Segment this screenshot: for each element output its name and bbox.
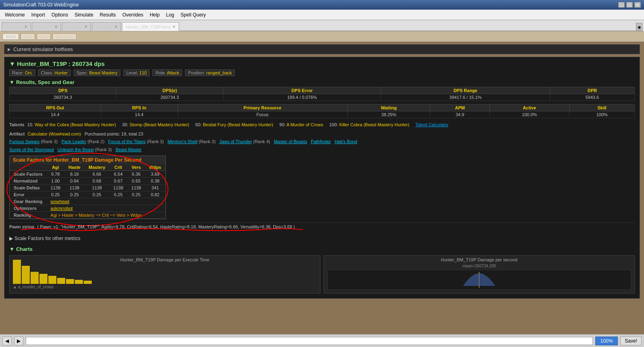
talent-link-cobra[interactable]: Way of the Cobra (Beast Mastery Hunter)	[35, 122, 116, 127]
dps-stats-table: DPS DPS(e) DPS Error DPS Range DPR 26073…	[9, 87, 635, 101]
tab-simulate-3[interactable]: Simulate ✕	[62, 22, 91, 31]
norm-wdps: 0.38	[145, 177, 165, 184]
scale-col-label	[10, 164, 47, 171]
save-button[interactable]: Save!	[620, 337, 642, 345]
new-tab-button[interactable]: ◉	[636, 23, 642, 31]
rps-val-resource: Focus	[178, 111, 347, 118]
tab-simulate-2[interactable]: Simulate ✕	[32, 22, 61, 31]
optimizers-link[interactable]: askmrrobot	[51, 206, 73, 211]
results-header[interactable]: ▼ Results, Spec and Gear	[9, 79, 635, 85]
chart1-label-crows: ▲ a_murder_of_crows	[11, 284, 318, 290]
talent-link-murder[interactable]: A Murder of Crows	[287, 122, 323, 127]
menu-help[interactable]: Help	[147, 11, 163, 18]
scale-other-section[interactable]: ▶ Scale Factors for other metrics	[9, 234, 635, 243]
norm-agi: 1.00	[47, 177, 64, 184]
pawn-value-wrapper: ( Pawn: v1: "Hunter_BM_T19P": Agility=9.…	[37, 224, 295, 229]
norm-haste: 0.84	[64, 177, 85, 184]
window-controls[interactable]: _ □ ✕	[618, 2, 641, 8]
results-label: Results, Spec and Gear	[16, 79, 74, 85]
sub-tab-plot[interactable]: plot data	[52, 33, 76, 40]
menu-overrides[interactable]: Overrides	[119, 11, 147, 18]
artifact-beast-master[interactable]: Beast Master	[116, 147, 142, 152]
artifact-surge-stormgod[interactable]: Surge of the Stormgod	[9, 147, 54, 152]
talent-link-stomp[interactable]: Stomp (Beast Mastery Hunter)	[130, 122, 190, 127]
url-bar[interactable]	[26, 337, 593, 345]
rps-val-apm: 34.9	[430, 111, 489, 118]
tab-close-3[interactable]: ✕	[84, 25, 87, 29]
sf-vers: 6.36	[127, 170, 145, 177]
dps-val-dpse: 260734.3	[116, 94, 223, 101]
charts-area: Hunter_BM_T19P Damage per Execute Time	[9, 255, 635, 294]
sub-tab-html[interactable]: html	[2, 33, 19, 40]
talent-link-killer[interactable]: Killer Cobra (Beast Mastery Hunter)	[339, 122, 409, 127]
zoom-button[interactable]: 100%	[595, 337, 618, 345]
rps-header-apm: APM	[430, 105, 489, 111]
sub-tab-xml[interactable]: xml	[37, 33, 51, 40]
dps-header-range: DPS Range	[381, 87, 550, 94]
dps-val-dpr: 5943.6	[550, 94, 634, 101]
tab-close-2[interactable]: ✕	[54, 25, 58, 29]
chart2-title: Hunter_BM_T19P Damage per second	[326, 257, 633, 262]
artifact-calculator-link[interactable]: Calculator (Wowhead.com)	[28, 131, 81, 136]
scale-optimizers-value: askmrrobot	[47, 205, 165, 211]
sf-haste: 8.18	[64, 170, 85, 177]
scale-label-norm: Normalized	[10, 177, 47, 184]
scale-factors-table-wrapper: Scale Factors for Hunter_BM_T19P Damage …	[9, 156, 166, 219]
dps-header-dpr: DPR	[550, 87, 634, 94]
charts-header[interactable]: ▼ Charts	[9, 244, 635, 254]
menu-welcome[interactable]: Welcome	[2, 11, 28, 18]
close-window-button[interactable]: ✕	[634, 2, 641, 8]
tab-hunter-file[interactable]: Hunter_BM_T19P.simc ✕	[122, 22, 179, 31]
scale-other-label: Scale Factors for other metrics	[14, 236, 80, 241]
chart1-bars	[11, 264, 318, 284]
pawn-label: Pawn string	[9, 224, 34, 229]
talent-100: 100: Killer Cobra (Beast Mastery Hunter)	[329, 122, 409, 127]
rps-header-skill: Skill	[569, 105, 634, 111]
back-button[interactable]: ◀	[2, 337, 12, 345]
minimize-button[interactable]: _	[618, 2, 625, 8]
menu-import[interactable]: Import	[28, 11, 48, 18]
artifact-mimiron-shell[interactable]: Mimiron's Shell	[167, 139, 197, 144]
menu-spell-query[interactable]: Spell Query	[178, 11, 209, 18]
hotfixes-banner[interactable]: ▶ Current simulator hotfixes	[4, 44, 640, 54]
menu-results[interactable]: Results	[97, 11, 119, 18]
tab-simulate-1[interactable]: Simulate ✕	[2, 22, 31, 31]
sf-wdps: 3.69	[145, 170, 165, 177]
artifact-unleash-beast[interactable]: Unleash the Beast	[58, 147, 94, 152]
artifact-pack-leader[interactable]: Pack Leader	[62, 139, 87, 144]
artifact-jaws-thunder[interactable]: Jaws of Thunder	[219, 139, 252, 144]
artifact-master-beasts[interactable]: Master of Beasts	[274, 139, 307, 144]
scale-row-ranking: Ranking Agi > Haste > Mastery ~= Crit ~=…	[10, 211, 165, 218]
scale-row-gear-ranking: Gear Ranking wowhead	[10, 198, 165, 205]
menu-simulate[interactable]: Simulate	[71, 11, 97, 18]
error-wdps: 0.82	[145, 191, 165, 198]
class-badge: Class: Hunter	[38, 70, 71, 76]
menu-log[interactable]: Log	[163, 11, 178, 18]
menu-options[interactable]: Options	[48, 11, 71, 18]
tab-close-5[interactable]: ✕	[172, 25, 175, 29]
rps-val-waiting: 38.25%	[347, 111, 430, 118]
chart-bar-5	[48, 276, 56, 284]
sub-tab-text[interactable]: text	[21, 33, 35, 40]
artifact-label: Artifact	[9, 131, 25, 136]
talent-link-bestial[interactable]: Bestial Fury (Beast Mastery Hunter)	[203, 122, 273, 127]
tabs-row: Simulate ✕ Simulate ✕ Simulate ✕ Simulat…	[0, 20, 644, 31]
tab-close-4[interactable]: ✕	[114, 25, 118, 29]
maximize-button[interactable]: □	[626, 2, 633, 8]
artifact-focus-titans[interactable]: Focus of the Titans	[108, 139, 146, 144]
chart-bar-3	[31, 272, 39, 284]
tab-simulate-4[interactable]: Simulate ✕	[92, 22, 121, 31]
gear-ranking-link[interactable]: wowhead	[51, 199, 69, 204]
tab-close-1[interactable]: ✕	[24, 25, 27, 29]
scale-gear-value: wowhead	[47, 198, 165, 205]
artifact-pathfinder[interactable]: Pathfinder	[311, 139, 331, 144]
scale-label-ranking: Ranking	[10, 211, 47, 218]
chart1-title: Hunter_BM_T19P Damage per Execute Time	[11, 257, 318, 262]
artifact-hatis-bond[interactable]: Hati's Bond	[334, 139, 357, 144]
sf-agi: 9.78	[47, 170, 64, 177]
artifact-furious-swipes[interactable]: Furious Swipes	[9, 139, 39, 144]
talent-calculator-link[interactable]: Talent Calculator	[415, 122, 448, 127]
scale-row-normalized: Normalized 1.00 0.84 0.68 0.67 0.65 0.38	[10, 177, 165, 184]
talent-30: 30: Stomp (Beast Mastery Hunter)	[122, 122, 189, 127]
forward-button[interactable]: ▶	[14, 337, 23, 345]
